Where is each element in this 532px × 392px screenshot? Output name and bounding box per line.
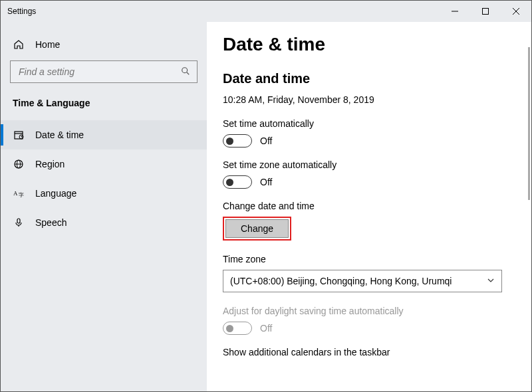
sidebar-item-region[interactable]: Region [1,149,207,179]
dst-label: Adjust for daylight saving time automati… [223,306,517,316]
search-input-container[interactable] [10,60,198,83]
settings-window: Settings Home [0,0,532,392]
svg-line-5 [187,72,190,74]
mic-icon [13,217,25,228]
maximize-icon [482,8,489,15]
sidebar-item-label: Date & time [35,130,84,140]
window-controls [440,1,531,22]
close-icon [513,8,519,15]
nav-home-label: Home [35,39,60,50]
set-time-auto-label: Set time automatically [223,118,517,129]
toggle-knob [226,179,233,186]
minimize-icon [452,8,458,15]
content-pane: Date & time Date and time 10:28 AM, Frid… [207,22,531,391]
home-icon [13,39,25,50]
sidebar: Home Time & Language Date & time Region [1,22,207,391]
dst-row: Off [223,322,517,335]
set-tz-auto-row: Off [223,175,517,189]
maximize-button[interactable] [470,1,501,22]
sidebar-item-label: Language [35,188,76,199]
minimize-button[interactable] [440,1,470,22]
dst-toggle [223,322,252,335]
svg-text:A: A [13,190,18,197]
svg-rect-1 [483,9,489,15]
set-tz-auto-toggle[interactable] [223,175,252,189]
nav-home[interactable]: Home [1,33,207,56]
set-time-auto-toggle[interactable] [223,134,252,147]
search-icon [181,66,190,78]
set-tz-auto-state: Off [260,177,272,187]
additional-cal-label: Show additional calendars in the taskbar [223,347,517,357]
svg-rect-16 [17,219,20,223]
page-title: Date & time [223,34,517,55]
globe-icon [13,159,25,169]
search-input[interactable] [17,66,173,78]
chevron-down-icon [487,276,495,286]
close-button[interactable] [501,1,531,22]
highlight-box: Change [223,217,291,241]
sidebar-category: Time & Language [1,95,207,120]
set-time-auto-state: Off [260,136,272,146]
change-button[interactable]: Change [225,219,289,238]
svg-text:字: 字 [19,192,24,198]
tz-label: Time zone [223,254,517,264]
window-title: Settings [7,7,36,16]
set-time-auto-row: Off [223,134,517,147]
scrollbar[interactable] [528,47,530,200]
sidebar-item-language[interactable]: A字 Language [1,179,207,208]
svg-point-4 [182,67,188,72]
set-tz-auto-label: Set time zone automatically [223,159,517,170]
language-icon: A字 [13,188,25,199]
titlebar: Settings [1,1,531,22]
section-heading: Date and time [223,71,517,86]
dst-state: Off [260,323,272,334]
sidebar-item-label: Region [35,159,65,169]
toggle-knob [226,325,233,332]
toggle-knob [226,138,233,145]
sidebar-item-label: Speech [35,217,66,228]
change-dt-label: Change date and time [223,201,517,211]
sidebar-item-date-time[interactable]: Date & time [1,120,207,149]
sidebar-item-speech[interactable]: Speech [1,208,207,237]
clock-icon [13,130,25,140]
current-datetime: 10:28 AM, Friday, November 8, 2019 [223,94,517,105]
tz-select[interactable]: (UTC+08:00) Beijing, Chongqing, Hong Kon… [223,270,502,292]
tz-select-value: (UTC+08:00) Beijing, Chongqing, Hong Kon… [230,276,452,286]
window-body: Home Time & Language Date & time Region [1,22,531,391]
